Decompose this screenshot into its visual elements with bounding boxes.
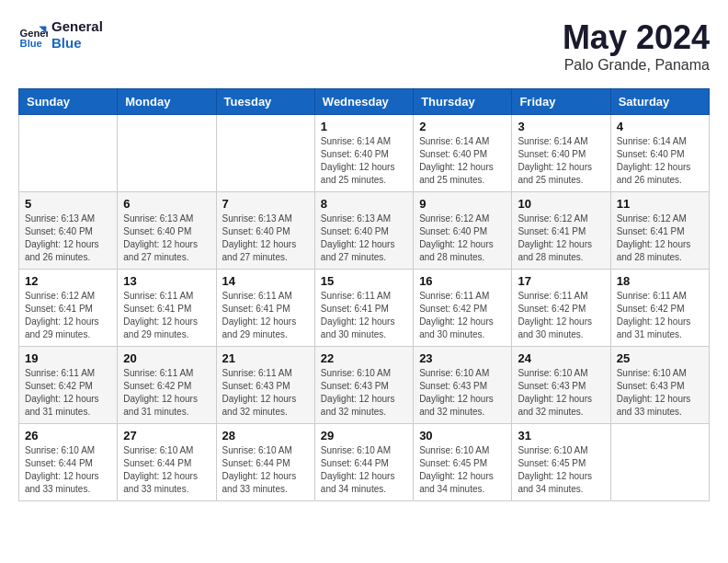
day-info: Sunrise: 6:14 AM Sunset: 6:40 PM Dayligh… bbox=[321, 135, 407, 187]
calendar-cell: 30Sunrise: 6:10 AM Sunset: 6:45 PM Dayli… bbox=[414, 424, 512, 501]
day-info: Sunrise: 6:13 AM Sunset: 6:40 PM Dayligh… bbox=[123, 213, 210, 264]
day-info: Sunrise: 6:11 AM Sunset: 6:41 PM Dayligh… bbox=[123, 290, 210, 341]
calendar-week-4: 19Sunrise: 6:11 AM Sunset: 6:42 PM Dayli… bbox=[19, 347, 710, 424]
day-number: 12 bbox=[25, 274, 111, 288]
calendar-title: May 2024 bbox=[563, 18, 710, 57]
calendar-cell bbox=[216, 115, 314, 192]
day-number: 3 bbox=[518, 120, 604, 133]
day-number: 8 bbox=[321, 197, 407, 211]
day-number: 16 bbox=[419, 274, 506, 288]
day-number: 5 bbox=[25, 197, 111, 211]
day-info: Sunrise: 6:10 AM Sunset: 6:44 PM Dayligh… bbox=[321, 444, 407, 496]
day-number: 20 bbox=[123, 351, 210, 365]
day-info: Sunrise: 6:10 AM Sunset: 6:44 PM Dayligh… bbox=[222, 444, 309, 496]
day-number: 23 bbox=[419, 351, 506, 365]
calendar-cell: 7Sunrise: 6:13 AM Sunset: 6:40 PM Daylig… bbox=[216, 192, 314, 270]
day-info: Sunrise: 6:10 AM Sunset: 6:43 PM Dayligh… bbox=[321, 367, 407, 419]
calendar-cell: 14Sunrise: 6:11 AM Sunset: 6:41 PM Dayli… bbox=[216, 270, 314, 347]
day-info: Sunrise: 6:11 AM Sunset: 6:43 PM Dayligh… bbox=[222, 367, 309, 419]
calendar-cell: 2Sunrise: 6:14 AM Sunset: 6:40 PM Daylig… bbox=[414, 115, 512, 192]
day-number: 22 bbox=[321, 351, 407, 365]
logo-line2: Blue bbox=[51, 35, 103, 52]
day-info: Sunrise: 6:10 AM Sunset: 6:44 PM Dayligh… bbox=[25, 444, 111, 496]
day-number: 26 bbox=[25, 429, 111, 442]
calendar-cell: 10Sunrise: 6:12 AM Sunset: 6:41 PM Dayli… bbox=[512, 192, 610, 270]
calendar-cell: 23Sunrise: 6:10 AM Sunset: 6:43 PM Dayli… bbox=[414, 347, 512, 424]
weekday-header-thursday: Thursday bbox=[414, 89, 512, 115]
calendar-cell: 19Sunrise: 6:11 AM Sunset: 6:42 PM Dayli… bbox=[19, 347, 118, 424]
day-info: Sunrise: 6:14 AM Sunset: 6:40 PM Dayligh… bbox=[617, 135, 703, 187]
day-number: 6 bbox=[123, 197, 210, 211]
calendar-cell: 11Sunrise: 6:12 AM Sunset: 6:41 PM Dayli… bbox=[610, 192, 709, 270]
day-info: Sunrise: 6:11 AM Sunset: 6:42 PM Dayligh… bbox=[123, 367, 210, 419]
day-number: 27 bbox=[123, 429, 210, 442]
day-info: Sunrise: 6:12 AM Sunset: 6:41 PM Dayligh… bbox=[617, 213, 703, 264]
calendar-cell: 18Sunrise: 6:11 AM Sunset: 6:42 PM Dayli… bbox=[610, 270, 709, 347]
calendar-body: 1Sunrise: 6:14 AM Sunset: 6:40 PM Daylig… bbox=[19, 115, 710, 501]
calendar-cell: 29Sunrise: 6:10 AM Sunset: 6:44 PM Dayli… bbox=[314, 424, 413, 501]
calendar-cell: 3Sunrise: 6:14 AM Sunset: 6:40 PM Daylig… bbox=[512, 115, 610, 192]
day-info: Sunrise: 6:12 AM Sunset: 6:41 PM Dayligh… bbox=[518, 213, 604, 264]
day-number: 28 bbox=[222, 429, 309, 442]
day-info: Sunrise: 6:13 AM Sunset: 6:40 PM Dayligh… bbox=[222, 213, 309, 264]
calendar-cell bbox=[118, 115, 216, 192]
calendar-cell: 4Sunrise: 6:14 AM Sunset: 6:40 PM Daylig… bbox=[610, 115, 709, 192]
page-header: General Blue General Blue May 2024 Palo … bbox=[18, 18, 710, 74]
calendar-cell: 9Sunrise: 6:12 AM Sunset: 6:40 PM Daylig… bbox=[414, 192, 512, 270]
day-number: 14 bbox=[222, 274, 309, 288]
calendar-cell: 13Sunrise: 6:11 AM Sunset: 6:41 PM Dayli… bbox=[118, 270, 216, 347]
calendar-cell: 28Sunrise: 6:10 AM Sunset: 6:44 PM Dayli… bbox=[216, 424, 314, 501]
weekday-row: SundayMondayTuesdayWednesdayThursdayFrid… bbox=[19, 89, 710, 115]
day-info: Sunrise: 6:14 AM Sunset: 6:40 PM Dayligh… bbox=[419, 135, 506, 187]
day-info: Sunrise: 6:11 AM Sunset: 6:41 PM Dayligh… bbox=[321, 290, 407, 341]
logo-text: General Blue bbox=[51, 18, 103, 52]
day-number: 30 bbox=[419, 429, 506, 442]
day-info: Sunrise: 6:13 AM Sunset: 6:40 PM Dayligh… bbox=[321, 213, 407, 264]
day-number: 21 bbox=[222, 351, 309, 365]
day-info: Sunrise: 6:10 AM Sunset: 6:45 PM Dayligh… bbox=[518, 444, 604, 496]
day-info: Sunrise: 6:13 AM Sunset: 6:40 PM Dayligh… bbox=[25, 213, 111, 264]
day-number: 15 bbox=[321, 274, 407, 288]
logo-icon: General Blue bbox=[18, 20, 48, 50]
calendar-cell: 25Sunrise: 6:10 AM Sunset: 6:43 PM Dayli… bbox=[610, 347, 709, 424]
weekday-header-monday: Monday bbox=[118, 89, 216, 115]
day-info: Sunrise: 6:10 AM Sunset: 6:45 PM Dayligh… bbox=[419, 444, 506, 496]
weekday-header-saturday: Saturday bbox=[610, 89, 709, 115]
day-info: Sunrise: 6:10 AM Sunset: 6:44 PM Dayligh… bbox=[123, 444, 210, 496]
calendar-week-3: 12Sunrise: 6:12 AM Sunset: 6:41 PM Dayli… bbox=[19, 270, 710, 347]
day-info: Sunrise: 6:11 AM Sunset: 6:42 PM Dayligh… bbox=[617, 290, 703, 341]
calendar-subtitle: Palo Grande, Panama bbox=[563, 57, 710, 74]
day-number: 4 bbox=[617, 120, 703, 133]
calendar-cell bbox=[610, 424, 709, 501]
day-info: Sunrise: 6:14 AM Sunset: 6:40 PM Dayligh… bbox=[518, 135, 604, 187]
day-info: Sunrise: 6:10 AM Sunset: 6:43 PM Dayligh… bbox=[419, 367, 506, 419]
day-number: 11 bbox=[617, 197, 703, 211]
calendar-cell: 22Sunrise: 6:10 AM Sunset: 6:43 PM Dayli… bbox=[314, 347, 413, 424]
svg-text:Blue: Blue bbox=[20, 38, 42, 49]
day-number: 10 bbox=[518, 197, 604, 211]
weekday-header-tuesday: Tuesday bbox=[216, 89, 314, 115]
calendar-week-1: 1Sunrise: 6:14 AM Sunset: 6:40 PM Daylig… bbox=[19, 115, 710, 192]
logo: General Blue General Blue bbox=[18, 18, 103, 52]
weekday-header-sunday: Sunday bbox=[19, 89, 118, 115]
calendar-cell: 17Sunrise: 6:11 AM Sunset: 6:42 PM Dayli… bbox=[512, 270, 610, 347]
calendar-header: SundayMondayTuesdayWednesdayThursdayFrid… bbox=[19, 89, 710, 115]
day-number: 19 bbox=[25, 351, 111, 365]
day-info: Sunrise: 6:11 AM Sunset: 6:42 PM Dayligh… bbox=[518, 290, 604, 341]
day-number: 7 bbox=[222, 197, 309, 211]
calendar-week-5: 26Sunrise: 6:10 AM Sunset: 6:44 PM Dayli… bbox=[19, 424, 710, 501]
weekday-header-friday: Friday bbox=[512, 89, 610, 115]
day-info: Sunrise: 6:10 AM Sunset: 6:43 PM Dayligh… bbox=[518, 367, 604, 419]
day-number: 9 bbox=[419, 197, 506, 211]
calendar-table: SundayMondayTuesdayWednesdayThursdayFrid… bbox=[18, 88, 710, 501]
calendar-cell: 15Sunrise: 6:11 AM Sunset: 6:41 PM Dayli… bbox=[314, 270, 413, 347]
weekday-header-wednesday: Wednesday bbox=[314, 89, 413, 115]
calendar-cell: 1Sunrise: 6:14 AM Sunset: 6:40 PM Daylig… bbox=[314, 115, 413, 192]
day-number: 24 bbox=[518, 351, 604, 365]
day-number: 17 bbox=[518, 274, 604, 288]
calendar-cell bbox=[19, 115, 118, 192]
day-info: Sunrise: 6:11 AM Sunset: 6:42 PM Dayligh… bbox=[419, 290, 506, 341]
calendar-cell: 21Sunrise: 6:11 AM Sunset: 6:43 PM Dayli… bbox=[216, 347, 314, 424]
day-number: 2 bbox=[419, 120, 506, 133]
day-number: 25 bbox=[617, 351, 703, 365]
